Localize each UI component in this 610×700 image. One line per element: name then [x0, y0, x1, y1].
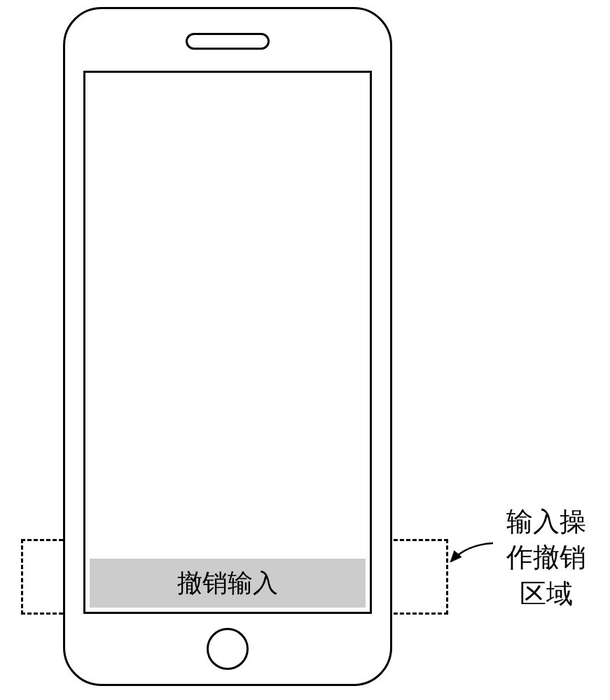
- annotation-line: 输入操: [490, 504, 602, 540]
- annotation-arrow: [445, 540, 494, 568]
- undo-input-bar[interactable]: 撤销输入: [90, 559, 366, 608]
- phone-frame: 撤销输入: [63, 7, 392, 686]
- phone-speaker: [186, 33, 270, 50]
- phone-screen: 撤销输入: [83, 71, 372, 614]
- undo-input-label: 撤销输入: [177, 566, 278, 601]
- annotation-text: 输入操 作撤销 区域: [490, 504, 602, 612]
- home-button[interactable]: [207, 628, 249, 670]
- annotation-line: 作撤销: [490, 540, 602, 575]
- annotation-line: 区域: [490, 576, 602, 612]
